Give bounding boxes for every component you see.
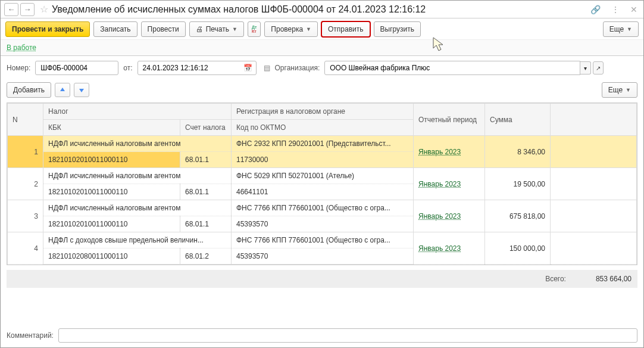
cell-sum[interactable]: 150 000,00 [485,232,551,265]
cell-acct[interactable]: 68.01.1 [180,152,232,168]
favorite-star-icon[interactable]: ☆ [40,4,48,15]
total-value: 853 664,00 [596,275,632,283]
org-label: Организация: [275,64,320,72]
comment-label: Комментарий: [7,331,54,340]
send-button[interactable]: Отправить [321,21,370,37]
table-row[interactable]: 3НДФЛ исчисленный налоговым агентомФНС 7… [8,200,637,216]
caret-down-icon: ▼ [232,26,237,32]
dt-kt-button[interactable]: ДтКт [248,21,261,37]
cell-kbk[interactable]: 18210102080011000110 [43,248,180,265]
calendar-icon[interactable]: 📅 [243,64,252,72]
table-toolbar: Добавить Еще ▼ [1,80,643,100]
form-icon[interactable]: ▤ [264,64,270,72]
cell-tax[interactable]: НДФЛ исчисленный налоговым агентом [43,200,232,216]
cell-extra [551,200,637,232]
date-input[interactable]: 📅 [137,61,257,75]
col-acct[interactable]: Счет налога [180,120,232,136]
cell-n: 3 [8,200,43,232]
more-button[interactable]: Еще ▼ [603,21,639,37]
cell-kbk[interactable]: 18210102010011000110 [43,184,180,200]
col-n[interactable]: N [8,104,43,136]
cell-period[interactable]: Январь 2023 [414,200,485,232]
save-button[interactable]: Записать [93,21,137,37]
close-icon[interactable]: ✕ [628,3,640,16]
window-title: Уведомление об исчисленных суммах налого… [52,4,588,15]
nav-forward-button[interactable]: → [20,3,35,16]
dt-kt-icon: ДтКт [252,25,257,33]
print-button[interactable]: 🖨 Печать ▼ [189,21,244,37]
col-reg[interactable]: Регистрация в налоговом органе [232,104,414,120]
cell-extra [551,232,637,265]
kebab-menu-icon[interactable]: ⋮ [609,3,622,16]
move-down-button[interactable] [74,83,89,97]
add-row-button[interactable]: Добавить [7,82,51,98]
col-sum[interactable]: Сумма [485,104,551,136]
arrow-up-icon [59,86,66,94]
titlebar: ← → ☆ Уведомление об исчисленных суммах … [1,1,643,18]
cell-acct[interactable]: 68.01.1 [180,184,232,200]
table-row[interactable]: 4НДФЛ с доходов свыше предельной величин… [8,232,637,248]
cell-kbk[interactable]: 18210102010011000110 [43,216,180,232]
col-kbk[interactable]: КБК [43,120,180,136]
org-dropdown-button[interactable]: ▾ [580,61,591,74]
cell-reg[interactable]: ФНС 7766 КПП 776601001 (Общество с огра.… [232,232,414,248]
number-label: Номер: [7,64,30,72]
cell-tax[interactable]: НДФЛ с доходов свыше предельной величин.… [43,232,232,248]
cell-period[interactable]: Январь 2023 [414,168,485,200]
cell-tax[interactable]: НДФЛ исчисленный налоговым агентом [43,168,232,184]
cell-extra [551,136,637,168]
cell-sum[interactable]: 19 500,00 [485,168,551,200]
export-button[interactable]: Выгрузить [374,21,421,37]
post-button[interactable]: Провести [141,21,186,37]
main-toolbar: Провести и закрыть Записать Провести 🖨 П… [1,18,643,40]
move-up-button[interactable] [55,83,70,97]
col-tax[interactable]: Налог [43,104,232,120]
caret-down-icon: ▼ [306,26,311,32]
check-button[interactable]: Проверка ▼ [264,21,318,37]
cell-period[interactable]: Январь 2023 [414,232,485,265]
cell-acct[interactable]: 68.01.1 [180,216,232,232]
caret-down-icon: ▼ [626,87,631,93]
post-and-close-button[interactable]: Провести и закрыть [5,21,90,37]
cell-reg[interactable]: ФНС 5029 КПП 502701001 (Ателье) [232,168,414,184]
col-period[interactable]: Отчетный период [414,104,485,136]
cell-sum[interactable]: 8 346,00 [485,136,551,168]
table-row[interactable]: 1НДФЛ исчисленный налоговым агентомФНС 2… [8,136,637,152]
cell-oktmo[interactable]: 46641101 [232,184,414,200]
col-oktmo[interactable]: Код по ОКТМО [232,120,414,136]
link-icon[interactable]: 🔗 [588,3,603,16]
cell-sum[interactable]: 675 818,00 [485,200,551,232]
printer-icon: 🖨 [196,25,203,33]
number-input[interactable] [35,61,118,75]
comment-row: Комментарий: [7,328,637,343]
total-row: Всего: 853 664,00 [7,270,637,288]
cell-tax[interactable]: НДФЛ исчисленный налоговым агентом [43,136,232,152]
org-open-button[interactable]: ↗ [593,61,604,74]
cell-reg[interactable]: ФНС 7766 КПП 776601001 (Общество с огра.… [232,200,414,216]
cell-reg[interactable]: ФНС 2932 КПП 290201001 (Представительст.… [232,136,414,152]
table-more-button[interactable]: Еще ▼ [602,82,637,98]
cell-extra [551,168,637,200]
cell-acct[interactable]: 68.01.2 [180,248,232,265]
cell-n: 2 [8,168,43,200]
cell-oktmo[interactable]: 45393570 [232,248,414,265]
total-label: Всего: [545,275,566,283]
cell-oktmo[interactable]: 11730000 [232,152,414,168]
cell-kbk[interactable]: 18210102010011000110 [43,152,180,168]
tax-table: N Налог Регистрация в налоговом органе О… [7,102,637,265]
comment-input[interactable] [58,328,637,343]
cell-period[interactable]: Январь 2023 [414,136,485,168]
status-row: В работе [1,40,643,56]
nav-back-button[interactable]: ← [4,3,18,16]
org-input[interactable] [324,61,580,75]
caret-down-icon: ▼ [627,26,632,32]
col-extra [551,104,637,136]
cell-n: 4 [8,232,43,265]
from-label: от: [123,64,132,72]
status-link[interactable]: В работе [7,44,36,52]
header-fields: Номер: от: 📅 ▤ Организация: ▾ ↗ [1,56,643,80]
cell-oktmo[interactable]: 45393570 [232,216,414,232]
cell-n: 1 [8,136,43,168]
arrow-down-icon [78,86,85,94]
table-row[interactable]: 2НДФЛ исчисленный налоговым агентомФНС 5… [8,168,637,184]
